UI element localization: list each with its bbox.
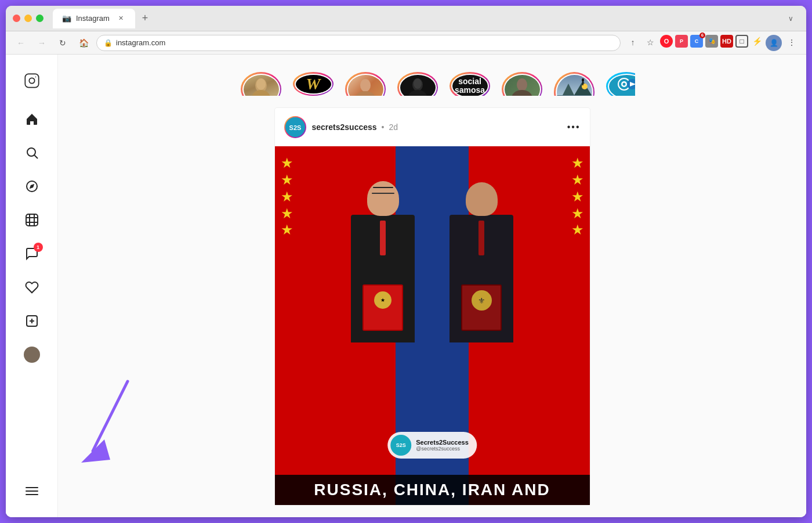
post-header: S2S secrets2success • 2d •••: [275, 108, 590, 146]
leader-right: ⚜: [449, 182, 513, 342]
address-bar[interactable]: 🔒 instagram.com: [96, 35, 621, 51]
post-more-options[interactable]: •••: [567, 122, 581, 132]
svg-point-35: [623, 82, 626, 85]
svg-point-23: [408, 90, 427, 96]
explore-icon: [25, 179, 39, 193]
story-avatar-ganesh: [400, 75, 436, 96]
story-avatar-wrapper-instagram: [345, 72, 386, 96]
back-button[interactable]: ←: [13, 35, 29, 51]
home-icon: [25, 112, 39, 126]
opera-icon[interactable]: O: [660, 35, 673, 48]
profile-avatar: [24, 347, 40, 363]
active-tab[interactable]: 📷 Instagram ✕: [53, 9, 135, 28]
svg-text:S2S: S2S: [289, 124, 301, 131]
pocket-icon[interactable]: P: [675, 35, 688, 48]
ext1-icon[interactable]: C 6: [690, 35, 703, 48]
lock-icon: 🔒: [104, 39, 113, 47]
ext4-icon[interactable]: □: [735, 35, 748, 48]
search-icon: [25, 146, 39, 160]
svg-point-18: [252, 90, 270, 96]
sidebar-item-reels[interactable]: [17, 205, 46, 235]
tab-bar: 📷 Instagram ✕ + ∨: [53, 9, 799, 28]
user-avatar-icon[interactable]: 👤: [766, 35, 782, 51]
story-item-thedankoe[interactable]: thedankoe: [241, 72, 281, 90]
sidebar-item-notifications[interactable]: [17, 273, 46, 302]
svg-point-20: [360, 79, 371, 92]
new-tab-button[interactable]: +: [137, 12, 153, 24]
photo-scene: ★★★★★ ★★★★★: [275, 146, 590, 505]
sidebar-item-search[interactable]: [17, 138, 46, 167]
leader-left: ★: [351, 181, 415, 342]
svg-marker-28: [563, 84, 574, 95]
tab-list-button[interactable]: ∨: [788, 15, 799, 23]
svg-point-1: [29, 78, 34, 83]
post-meta: secrets2success • 2d: [312, 122, 561, 132]
forward-button[interactable]: →: [34, 35, 50, 51]
svg-point-2: [35, 77, 36, 78]
story-item-ganesh[interactable]: ganesh__...: [397, 72, 438, 90]
minimize-button[interactable]: [24, 15, 32, 22]
svg-line-4: [34, 156, 38, 159]
post-headline: RUSSIA, CHINA, IRAN AND: [275, 475, 590, 505]
tab-title: Instagram: [76, 14, 110, 23]
instagram-logo[interactable]: [17, 66, 46, 95]
story-avatar-wrapper-ganesh: [397, 72, 438, 96]
instagram-sidebar: 1: [6, 55, 58, 517]
svg-point-24: [414, 78, 422, 89]
svg-marker-6: [29, 184, 34, 189]
sidebar-item-messages[interactable]: 1: [17, 239, 46, 268]
sidebar-item-more[interactable]: [17, 477, 46, 506]
story-item-tripotoco[interactable]: tripotoco...: [606, 72, 635, 90]
sidebar-item-home[interactable]: [17, 104, 46, 134]
story-avatar-tripotoco: [609, 75, 636, 96]
story-item-navaneeth[interactable]: navaneeth...: [554, 72, 594, 90]
story-avatar-wrapper-officialsoc: socialsamosa: [449, 72, 490, 96]
svg-point-31: [582, 78, 584, 82]
svg-point-19: [256, 78, 266, 90]
bookmark-icon[interactable]: ☆: [643, 35, 658, 50]
watermark-logo: S2S: [390, 435, 411, 456]
messages-badge: 1: [34, 243, 43, 252]
home-button[interactable]: 🏠: [75, 35, 92, 51]
instagram-feed: thedankoe W wealth: [58, 55, 806, 517]
post-username[interactable]: secrets2success: [312, 122, 377, 132]
story-avatar-wealth: W: [296, 75, 331, 93]
svg-point-26: [512, 90, 532, 96]
ext2-icon[interactable]: 🎭: [705, 35, 718, 48]
story-item-i_ivin[interactable]: i_ivin: [502, 72, 542, 90]
traffic-lights: [13, 15, 44, 22]
story-avatar-wrapper-thedankoe: [241, 72, 281, 96]
tab-close-button[interactable]: ✕: [117, 14, 126, 23]
svg-point-21: [355, 91, 376, 96]
reload-button[interactable]: ↻: [55, 35, 71, 51]
sidebar-item-profile[interactable]: [17, 340, 46, 369]
share-icon[interactable]: ↑: [625, 35, 640, 50]
svg-rect-7: [26, 214, 38, 226]
watermark-text: Secrets2Success @secrets2success: [416, 439, 469, 452]
sidebar-item-create[interactable]: [17, 306, 46, 336]
story-avatar-wrapper-tripotoco: [606, 72, 635, 96]
story-item-wealth[interactable]: W wealth: [293, 72, 334, 90]
svg-rect-0: [25, 74, 38, 87]
navigation-bar: ← → ↻ 🏠 🔒 instagram.com ↑ ☆ O P C 6 🎭 HD…: [6, 31, 806, 55]
story-item-officialsoc[interactable]: socialsamosa officialsoc...: [449, 72, 490, 90]
close-button[interactable]: [13, 15, 20, 22]
leaders-figures: ★: [275, 181, 590, 342]
extensions-icon[interactable]: ⚡: [751, 35, 763, 48]
post-author-avatar[interactable]: S2S: [284, 116, 306, 138]
ext3-icon[interactable]: HD: [720, 35, 733, 48]
svg-point-25: [517, 78, 527, 91]
tab-favicon: 📷: [62, 14, 71, 23]
story-avatar-instagram: [348, 75, 383, 96]
story-avatar-officialsoc: socialsamosa: [452, 75, 488, 96]
url-text: instagram.com: [116, 38, 165, 47]
more-options-icon[interactable]: ⋮: [784, 35, 799, 50]
story-item-instagram[interactable]: Instagram...: [345, 72, 386, 90]
post-time: 2d: [389, 122, 398, 132]
sidebar-item-explore[interactable]: [17, 172, 46, 201]
story-avatar-wrapper-navaneeth: [554, 72, 594, 96]
watermark-name: Secrets2Success: [416, 439, 469, 446]
maximize-button[interactable]: [36, 15, 44, 22]
story-avatar-navaneeth: [557, 75, 592, 96]
story-avatar-i_ivin: [505, 75, 540, 96]
